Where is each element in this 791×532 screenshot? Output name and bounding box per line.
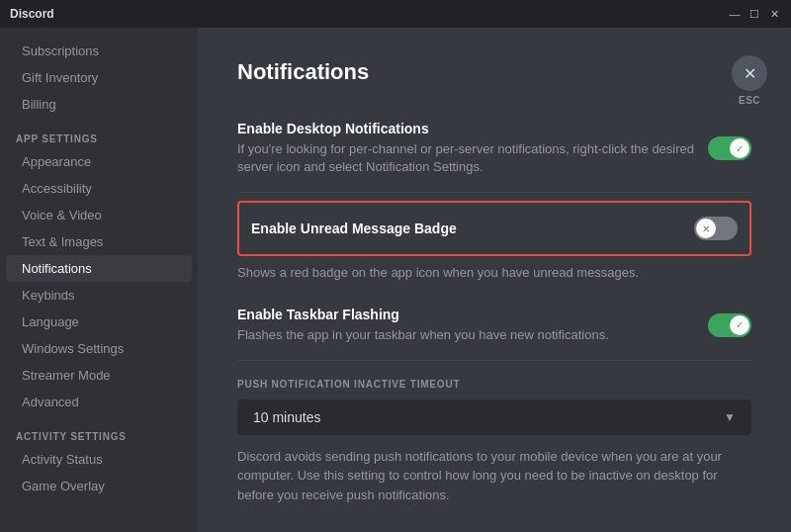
setting-text-desktop: Enable Desktop Notifications If you're l… — [237, 121, 708, 176]
push-desc: Discord avoids sending push notification… — [237, 447, 751, 505]
sidebar-item-language[interactable]: Language — [6, 309, 192, 335]
sidebar-item-notifications[interactable]: Notifications — [6, 255, 192, 282]
push-timeout-dropdown[interactable]: 10 minutes ▼ — [237, 399, 751, 435]
sidebar-item-advanced[interactable]: Advanced — [6, 389, 192, 415]
sidebar-item-accessibility[interactable]: Accessibility — [6, 175, 192, 202]
setting-desc-taskbar: Flashes the app in your taskbar when you… — [237, 326, 609, 344]
sidebar-item-gift-inventory[interactable]: Gift Inventory — [6, 64, 192, 91]
chevron-down-icon: ▼ — [724, 410, 736, 424]
sidebar-item-voice-video[interactable]: Voice & Video — [6, 202, 192, 228]
sidebar-item-appearance[interactable]: Appearance — [6, 148, 192, 175]
push-dropdown-value: 10 minutes — [253, 409, 320, 425]
app-title: Discord — [10, 7, 54, 21]
toggle-knob-desktop: ✓ — [730, 138, 749, 158]
setting-text-unread: Enable Unread Message Badge — [251, 221, 457, 236]
toggle-unread-badge[interactable]: ✕ — [694, 217, 738, 240]
app-body: Subscriptions Gift Inventory Billing APP… — [0, 28, 791, 532]
setting-row-unread-badge: Enable Unread Message Badge ✕ — [237, 201, 751, 256]
esc-button[interactable]: ✕ ESC — [732, 55, 767, 106]
setting-desc-unread: Shows a red badge on the app icon when y… — [237, 264, 712, 282]
app-settings-label: APP SETTINGS — [0, 118, 198, 148]
sidebar-item-text-images[interactable]: Text & Images — [6, 228, 192, 255]
toggle-knob-unread: ✕ — [696, 219, 716, 238]
setting-label-taskbar: Enable Taskbar Flashing — [237, 307, 609, 322]
setting-row-desktop-notifications: Enable Desktop Notifications If you're l… — [237, 105, 751, 193]
setting-label-unread: Enable Unread Message Badge — [251, 221, 457, 236]
window-controls: — ☐ ✕ — [728, 7, 781, 21]
sidebar-item-game-overlay[interactable]: Game Overlay — [6, 473, 192, 499]
title-bar: Discord — ☐ ✕ — [0, 0, 791, 28]
sidebar-item-billing[interactable]: Billing — [6, 91, 192, 118]
sidebar-item-windows-settings[interactable]: Windows Settings — [6, 335, 192, 362]
close-button[interactable]: ✕ — [767, 7, 781, 21]
sidebar-item-activity-status[interactable]: Activity Status — [6, 446, 192, 473]
setting-row-taskbar: Enable Taskbar Flashing Flashes the app … — [237, 291, 751, 361]
push-section-label: PUSH NOTIFICATION INACTIVE TIMEOUT — [237, 379, 751, 390]
sidebar: Subscriptions Gift Inventory Billing APP… — [0, 28, 198, 532]
page-title: Notifications — [237, 59, 751, 85]
sidebar-item-subscriptions[interactable]: Subscriptions — [6, 38, 192, 64]
minimize-button[interactable]: — — [728, 7, 742, 21]
esc-label: ESC — [739, 95, 760, 106]
maximize-button[interactable]: ☐ — [747, 7, 761, 21]
setting-text-taskbar: Enable Taskbar Flashing Flashes the app … — [237, 307, 609, 344]
main-content: ✕ ESC Notifications Enable Desktop Notif… — [198, 28, 791, 532]
esc-circle-icon: ✕ — [732, 55, 767, 91]
toggle-knob-taskbar: ✓ — [730, 315, 749, 335]
toggle-desktop-notifications[interactable]: ✓ — [708, 136, 751, 160]
setting-label-desktop: Enable Desktop Notifications — [237, 121, 708, 136]
sidebar-item-streamer-mode[interactable]: Streamer Mode — [6, 362, 192, 389]
toggle-taskbar-flashing[interactable]: ✓ — [708, 313, 751, 337]
setting-desc-desktop: If you're looking for per-channel or per… — [237, 140, 708, 176]
activity-settings-label: ACTIVITY SETTINGS — [0, 415, 198, 446]
sidebar-item-keybinds[interactable]: Keybinds — [6, 282, 192, 309]
